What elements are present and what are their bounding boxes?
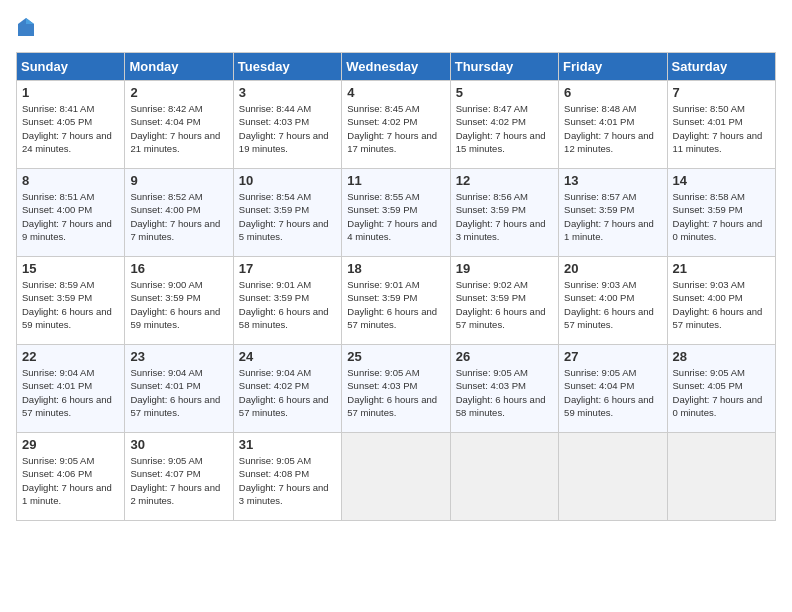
- day-number: 29: [22, 437, 119, 452]
- day-info: Sunrise: 8:47 AMSunset: 4:02 PMDaylight:…: [456, 102, 553, 155]
- day-cell: 31Sunrise: 9:05 AMSunset: 4:08 PMDayligh…: [233, 433, 341, 521]
- day-info: Sunrise: 9:04 AMSunset: 4:01 PMDaylight:…: [130, 366, 227, 419]
- week-row-1: 1Sunrise: 8:41 AMSunset: 4:05 PMDaylight…: [17, 81, 776, 169]
- day-number: 1: [22, 85, 119, 100]
- weekday-header-tuesday: Tuesday: [233, 53, 341, 81]
- day-cell: 12Sunrise: 8:56 AMSunset: 3:59 PMDayligh…: [450, 169, 558, 257]
- day-info: Sunrise: 9:03 AMSunset: 4:00 PMDaylight:…: [564, 278, 661, 331]
- page-header: [16, 16, 776, 40]
- day-number: 26: [456, 349, 553, 364]
- day-info: Sunrise: 9:03 AMSunset: 4:00 PMDaylight:…: [673, 278, 770, 331]
- day-cell: 2Sunrise: 8:42 AMSunset: 4:04 PMDaylight…: [125, 81, 233, 169]
- day-info: Sunrise: 9:05 AMSunset: 4:06 PMDaylight:…: [22, 454, 119, 507]
- day-info: Sunrise: 9:00 AMSunset: 3:59 PMDaylight:…: [130, 278, 227, 331]
- day-cell: 20Sunrise: 9:03 AMSunset: 4:00 PMDayligh…: [559, 257, 667, 345]
- day-number: 5: [456, 85, 553, 100]
- day-number: 17: [239, 261, 336, 276]
- day-number: 7: [673, 85, 770, 100]
- day-cell: 27Sunrise: 9:05 AMSunset: 4:04 PMDayligh…: [559, 345, 667, 433]
- day-info: Sunrise: 8:57 AMSunset: 3:59 PMDaylight:…: [564, 190, 661, 243]
- week-row-5: 29Sunrise: 9:05 AMSunset: 4:06 PMDayligh…: [17, 433, 776, 521]
- day-info: Sunrise: 8:56 AMSunset: 3:59 PMDaylight:…: [456, 190, 553, 243]
- day-info: Sunrise: 8:48 AMSunset: 4:01 PMDaylight:…: [564, 102, 661, 155]
- day-number: 24: [239, 349, 336, 364]
- day-info: Sunrise: 9:01 AMSunset: 3:59 PMDaylight:…: [239, 278, 336, 331]
- day-info: Sunrise: 8:58 AMSunset: 3:59 PMDaylight:…: [673, 190, 770, 243]
- day-info: Sunrise: 9:05 AMSunset: 4:07 PMDaylight:…: [130, 454, 227, 507]
- day-number: 4: [347, 85, 444, 100]
- weekday-header-sunday: Sunday: [17, 53, 125, 81]
- day-cell: 10Sunrise: 8:54 AMSunset: 3:59 PMDayligh…: [233, 169, 341, 257]
- day-cell: 21Sunrise: 9:03 AMSunset: 4:00 PMDayligh…: [667, 257, 775, 345]
- day-cell: [667, 433, 775, 521]
- day-number: 15: [22, 261, 119, 276]
- day-info: Sunrise: 9:04 AMSunset: 4:01 PMDaylight:…: [22, 366, 119, 419]
- day-number: 6: [564, 85, 661, 100]
- day-cell: 25Sunrise: 9:05 AMSunset: 4:03 PMDayligh…: [342, 345, 450, 433]
- day-cell: 26Sunrise: 9:05 AMSunset: 4:03 PMDayligh…: [450, 345, 558, 433]
- day-cell: 18Sunrise: 9:01 AMSunset: 3:59 PMDayligh…: [342, 257, 450, 345]
- day-number: 12: [456, 173, 553, 188]
- day-cell: [342, 433, 450, 521]
- week-row-3: 15Sunrise: 8:59 AMSunset: 3:59 PMDayligh…: [17, 257, 776, 345]
- logo-icon: [16, 16, 36, 40]
- day-info: Sunrise: 8:50 AMSunset: 4:01 PMDaylight:…: [673, 102, 770, 155]
- day-info: Sunrise: 9:05 AMSunset: 4:08 PMDaylight:…: [239, 454, 336, 507]
- day-cell: 6Sunrise: 8:48 AMSunset: 4:01 PMDaylight…: [559, 81, 667, 169]
- day-number: 3: [239, 85, 336, 100]
- day-info: Sunrise: 8:52 AMSunset: 4:00 PMDaylight:…: [130, 190, 227, 243]
- day-cell: 17Sunrise: 9:01 AMSunset: 3:59 PMDayligh…: [233, 257, 341, 345]
- day-info: Sunrise: 8:54 AMSunset: 3:59 PMDaylight:…: [239, 190, 336, 243]
- day-cell: 7Sunrise: 8:50 AMSunset: 4:01 PMDaylight…: [667, 81, 775, 169]
- day-number: 21: [673, 261, 770, 276]
- day-number: 11: [347, 173, 444, 188]
- weekday-header-thursday: Thursday: [450, 53, 558, 81]
- day-cell: 23Sunrise: 9:04 AMSunset: 4:01 PMDayligh…: [125, 345, 233, 433]
- calendar-table: SundayMondayTuesdayWednesdayThursdayFrid…: [16, 52, 776, 521]
- day-number: 10: [239, 173, 336, 188]
- day-info: Sunrise: 9:05 AMSunset: 4:03 PMDaylight:…: [347, 366, 444, 419]
- day-info: Sunrise: 9:01 AMSunset: 3:59 PMDaylight:…: [347, 278, 444, 331]
- day-cell: 15Sunrise: 8:59 AMSunset: 3:59 PMDayligh…: [17, 257, 125, 345]
- day-info: Sunrise: 9:05 AMSunset: 4:04 PMDaylight:…: [564, 366, 661, 419]
- day-cell: 29Sunrise: 9:05 AMSunset: 4:06 PMDayligh…: [17, 433, 125, 521]
- logo: [16, 16, 40, 40]
- day-number: 20: [564, 261, 661, 276]
- day-cell: 24Sunrise: 9:04 AMSunset: 4:02 PMDayligh…: [233, 345, 341, 433]
- day-info: Sunrise: 8:44 AMSunset: 4:03 PMDaylight:…: [239, 102, 336, 155]
- day-number: 8: [22, 173, 119, 188]
- day-info: Sunrise: 8:42 AMSunset: 4:04 PMDaylight:…: [130, 102, 227, 155]
- day-cell: 16Sunrise: 9:00 AMSunset: 3:59 PMDayligh…: [125, 257, 233, 345]
- day-info: Sunrise: 9:04 AMSunset: 4:02 PMDaylight:…: [239, 366, 336, 419]
- day-number: 16: [130, 261, 227, 276]
- day-cell: 30Sunrise: 9:05 AMSunset: 4:07 PMDayligh…: [125, 433, 233, 521]
- day-cell: 14Sunrise: 8:58 AMSunset: 3:59 PMDayligh…: [667, 169, 775, 257]
- day-cell: 5Sunrise: 8:47 AMSunset: 4:02 PMDaylight…: [450, 81, 558, 169]
- weekday-header-monday: Monday: [125, 53, 233, 81]
- svg-marker-1: [26, 18, 34, 24]
- day-number: 22: [22, 349, 119, 364]
- weekday-header-saturday: Saturday: [667, 53, 775, 81]
- day-info: Sunrise: 9:02 AMSunset: 3:59 PMDaylight:…: [456, 278, 553, 331]
- day-cell: 3Sunrise: 8:44 AMSunset: 4:03 PMDaylight…: [233, 81, 341, 169]
- day-info: Sunrise: 8:45 AMSunset: 4:02 PMDaylight:…: [347, 102, 444, 155]
- day-info: Sunrise: 9:05 AMSunset: 4:05 PMDaylight:…: [673, 366, 770, 419]
- day-number: 13: [564, 173, 661, 188]
- day-number: 27: [564, 349, 661, 364]
- day-cell: 13Sunrise: 8:57 AMSunset: 3:59 PMDayligh…: [559, 169, 667, 257]
- day-number: 31: [239, 437, 336, 452]
- day-cell: 22Sunrise: 9:04 AMSunset: 4:01 PMDayligh…: [17, 345, 125, 433]
- weekday-header-row: SundayMondayTuesdayWednesdayThursdayFrid…: [17, 53, 776, 81]
- day-number: 30: [130, 437, 227, 452]
- day-number: 19: [456, 261, 553, 276]
- day-number: 28: [673, 349, 770, 364]
- day-info: Sunrise: 8:41 AMSunset: 4:05 PMDaylight:…: [22, 102, 119, 155]
- weekday-header-wednesday: Wednesday: [342, 53, 450, 81]
- day-number: 14: [673, 173, 770, 188]
- day-number: 18: [347, 261, 444, 276]
- day-cell: [450, 433, 558, 521]
- day-cell: 4Sunrise: 8:45 AMSunset: 4:02 PMDaylight…: [342, 81, 450, 169]
- day-cell: 1Sunrise: 8:41 AMSunset: 4:05 PMDaylight…: [17, 81, 125, 169]
- day-cell: 9Sunrise: 8:52 AMSunset: 4:00 PMDaylight…: [125, 169, 233, 257]
- weekday-header-friday: Friday: [559, 53, 667, 81]
